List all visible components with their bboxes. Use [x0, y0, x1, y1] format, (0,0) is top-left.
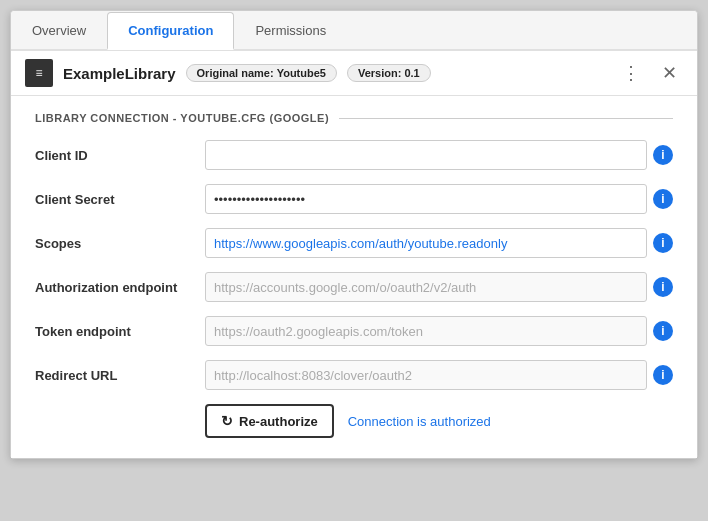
refresh-icon: ↻ [221, 413, 233, 429]
section-title: LIBRARY CONNECTION - YOUTUBE.CFG (GOOGLE… [35, 112, 673, 124]
info-icon-auth-endpoint[interactable]: i [653, 277, 673, 297]
config-content: LIBRARY CONNECTION - YOUTUBE.CFG (GOOGLE… [11, 96, 697, 458]
input-wrap-client-secret: i [205, 184, 673, 214]
label-scopes: Scopes [35, 236, 195, 251]
close-button[interactable]: ✕ [656, 60, 683, 86]
tab-configuration[interactable]: Configuration [107, 12, 234, 50]
form-row-token-endpoint: Token endpoint i [35, 316, 673, 346]
main-window: Overview Configuration Permissions ≡ Exa… [10, 10, 698, 459]
tab-overview[interactable]: Overview [11, 12, 107, 50]
authorized-status: Connection is authorized [348, 414, 491, 429]
input-wrap-client-id: i [205, 140, 673, 170]
form-row-scopes: Scopes i [35, 228, 673, 258]
reauth-button[interactable]: ↻ Re-authorize [205, 404, 334, 438]
label-client-id: Client ID [35, 148, 195, 163]
label-client-secret: Client Secret [35, 192, 195, 207]
reauth-row: ↻ Re-authorize Connection is authorized [35, 404, 673, 438]
label-auth-endpoint: Authorization endpoint [35, 280, 195, 295]
input-wrap-token-endpoint: i [205, 316, 673, 346]
info-icon-scopes[interactable]: i [653, 233, 673, 253]
info-icon-redirect-url[interactable]: i [653, 365, 673, 385]
form-row-redirect-url: Redirect URL i [35, 360, 673, 390]
input-scopes[interactable] [205, 228, 647, 258]
tab-bar: Overview Configuration Permissions [11, 11, 697, 51]
input-wrap-auth-endpoint: i [205, 272, 673, 302]
info-icon-client-id[interactable]: i [653, 145, 673, 165]
version-value: 0.1 [404, 67, 419, 79]
form-row-client-id: Client ID i [35, 140, 673, 170]
input-wrap-scopes: i [205, 228, 673, 258]
info-icon-token-endpoint[interactable]: i [653, 321, 673, 341]
version-badge: Version: 0.1 [347, 64, 431, 82]
input-client-secret[interactable] [205, 184, 647, 214]
input-token-endpoint[interactable] [205, 316, 647, 346]
input-auth-endpoint[interactable] [205, 272, 647, 302]
tab-permissions[interactable]: Permissions [234, 12, 347, 50]
original-name-label: Original name: [197, 67, 274, 79]
reauth-button-label: Re-authorize [239, 414, 318, 429]
label-token-endpoint: Token endpoint [35, 324, 195, 339]
info-icon-client-secret[interactable]: i [653, 189, 673, 209]
form-row-client-secret: Client Secret i [35, 184, 673, 214]
form-row-auth-endpoint: Authorization endpoint i [35, 272, 673, 302]
input-redirect-url[interactable] [205, 360, 647, 390]
more-options-button[interactable]: ⋮ [616, 60, 646, 86]
header-bar: ≡ ExampleLibrary Original name: Youtube5… [11, 51, 697, 96]
input-wrap-redirect-url: i [205, 360, 673, 390]
input-client-id[interactable] [205, 140, 647, 170]
original-name-value: Youtube5 [277, 67, 326, 79]
lib-name: ExampleLibrary [63, 65, 176, 82]
label-redirect-url: Redirect URL [35, 368, 195, 383]
lib-icon: ≡ [25, 59, 53, 87]
original-name-badge: Original name: Youtube5 [186, 64, 337, 82]
version-label: Version: [358, 67, 401, 79]
